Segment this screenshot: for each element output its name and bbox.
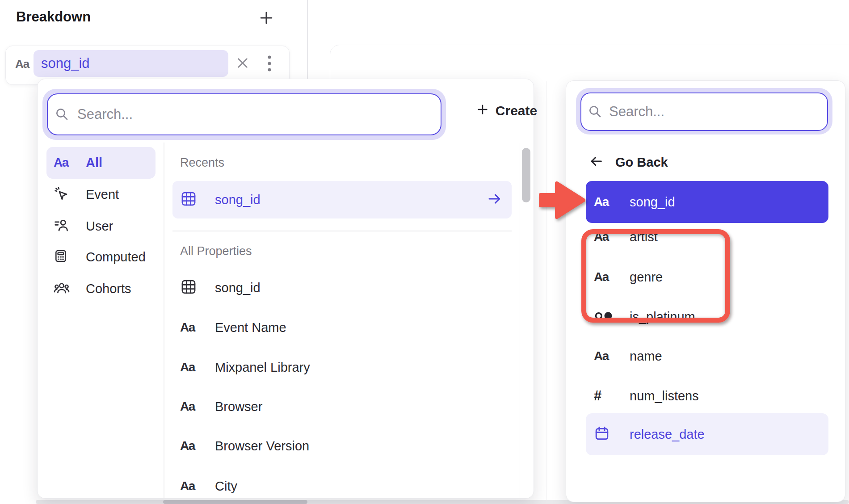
- breakdown-section-title: Breakdown: [16, 9, 91, 25]
- property-item-city[interactable]: AaCity: [172, 467, 512, 504]
- property-item-browser[interactable]: AaBrowser: [172, 388, 512, 425]
- category-label: Event: [86, 187, 119, 202]
- breakdown-options-button[interactable]: [265, 55, 274, 74]
- category-tab-all[interactable]: AaAll: [46, 147, 156, 179]
- breakdown-value-item-genre[interactable]: Aagenre: [586, 256, 828, 298]
- breakdown-chip-value[interactable]: song_id: [34, 50, 228, 77]
- remove-breakdown-button[interactable]: [235, 56, 251, 72]
- event-cursor-icon: [54, 186, 69, 203]
- sidebar-divider: [164, 143, 164, 498]
- search-input[interactable]: [580, 92, 828, 131]
- string-type-icon: Aa: [180, 320, 195, 335]
- content-card-left-edge: [546, 81, 547, 500]
- scrollbar-track: [520, 143, 520, 498]
- string-type-icon: Aa: [180, 399, 195, 414]
- section-divider: [172, 231, 512, 231]
- property-label: is_platinum: [630, 310, 695, 324]
- property-label: Mixpanel Library: [215, 360, 310, 375]
- property-label: song_id: [630, 195, 675, 210]
- kebab-menu-icon: [267, 54, 272, 75]
- string-type-icon: Aa: [15, 57, 29, 71]
- category-tab-cohorts[interactable]: Cohorts: [46, 275, 156, 302]
- property-detail-panel: Go Back Aasong_idAaartistAagenreis_plati…: [566, 80, 845, 502]
- grid-table-icon: [180, 278, 197, 297]
- category-tab-event[interactable]: Event: [46, 181, 156, 208]
- property-item-browser-version[interactable]: AaBrowser Version: [172, 427, 512, 465]
- user-icon: [54, 218, 69, 235]
- property-label: Event Name: [215, 320, 286, 335]
- create-button-label: Create: [496, 103, 537, 118]
- arrow-left-icon: [588, 154, 604, 171]
- property-label: song_id: [215, 281, 261, 295]
- string-type-icon: Aa: [594, 270, 609, 284]
- string-type-icon: Aa: [594, 349, 609, 363]
- string-type-icon: Aa: [594, 195, 609, 209]
- string-type-icon: Aa: [180, 360, 195, 374]
- string-type-icon: Aa: [594, 230, 609, 244]
- category-tab-user[interactable]: User: [46, 212, 156, 240]
- property-label: City: [215, 479, 237, 494]
- string-type-icon: Aa: [180, 439, 195, 453]
- cohorts-people-icon: [54, 280, 70, 297]
- property-label: Browser: [215, 399, 262, 414]
- string-type-icon: Aa: [54, 155, 68, 170]
- property-label: release_date: [630, 427, 705, 442]
- property-label: genre: [630, 270, 663, 285]
- breakdown-value-item-num-listens[interactable]: #num_listens: [586, 375, 828, 417]
- app-panel-divider: [307, 0, 308, 80]
- go-back-label: Go Back: [615, 155, 668, 170]
- property-label: name: [630, 349, 662, 364]
- all-properties-header: All Properties: [180, 244, 252, 258]
- property-label: song_id: [215, 193, 261, 207]
- boolean-toggle-icon: [594, 310, 614, 323]
- property-label: num_listens: [630, 389, 699, 403]
- scrollbar-thumb[interactable]: [522, 148, 530, 202]
- property-item-event-name[interactable]: AaEvent Name: [172, 309, 512, 346]
- category-label: Cohorts: [86, 281, 131, 296]
- string-type-icon: Aa: [180, 479, 195, 493]
- recents-header: Recents: [180, 156, 224, 170]
- arrow-right-icon: [487, 191, 503, 209]
- breakdown-value-item-release-date[interactable]: release_date: [586, 413, 828, 455]
- computed-calculator-icon: [54, 249, 68, 265]
- property-item-song-id[interactable]: song_id: [172, 269, 512, 307]
- plus-icon: [476, 103, 489, 119]
- screen: Breakdown Aa song_id Create AaAllEven: [0, 0, 849, 504]
- create-property-button[interactable]: Create: [452, 91, 561, 131]
- recent-property-song-id[interactable]: song_id: [172, 181, 512, 218]
- calendar-icon: [594, 425, 610, 443]
- breakdown-value-item-artist[interactable]: Aaartist: [586, 216, 828, 258]
- go-back-button[interactable]: Go Back: [588, 148, 731, 176]
- category-tab-computed[interactable]: Computed: [46, 243, 156, 271]
- plus-icon: [258, 9, 275, 28]
- property-picker-panel: Create AaAllEventUserComputedCohorts Rec…: [37, 79, 534, 499]
- property-label: Browser Version: [215, 439, 309, 454]
- grid-table-icon: [180, 190, 197, 209]
- breakdown-value-item-name[interactable]: Aaname: [586, 335, 828, 377]
- add-breakdown-button[interactable]: [256, 8, 277, 29]
- number-type-icon: #: [594, 388, 601, 404]
- breakdown-value-item-is-platinum[interactable]: is_platinum: [586, 296, 828, 338]
- property-label: artist: [630, 230, 658, 244]
- close-icon: [235, 56, 250, 72]
- search-input[interactable]: [47, 93, 441, 135]
- category-label: User: [86, 219, 113, 234]
- category-label: Computed: [86, 250, 146, 265]
- category-label: All: [86, 155, 102, 170]
- property-item-mixpanel-library[interactable]: AaMixpanel Library: [172, 349, 512, 386]
